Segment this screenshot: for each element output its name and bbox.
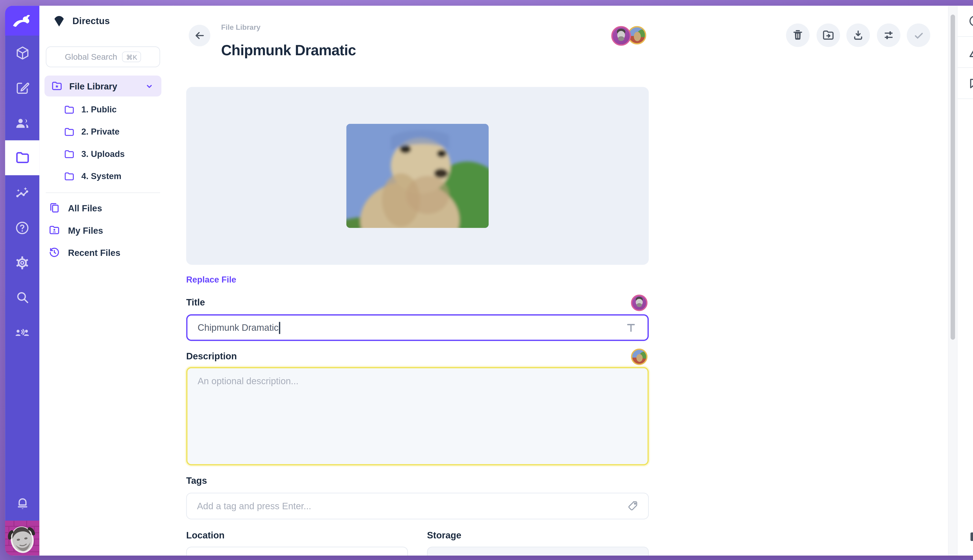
module-translations[interactable]: [5, 315, 39, 350]
module-search[interactable]: [5, 280, 39, 315]
translate-people-icon: [14, 324, 30, 341]
format-title-icon: [625, 321, 637, 334]
trash-icon: [791, 28, 804, 42]
download-icon: [852, 28, 865, 42]
folder-item-public[interactable]: 1. Public: [39, 98, 173, 120]
location-input[interactable]: [186, 547, 408, 555]
global-search-input[interactable]: Global Search ⌘K: [46, 46, 160, 67]
search-shortcut-badge: ⌘K: [122, 51, 141, 62]
folder-special-icon: [51, 80, 63, 92]
description-field-chipmunk-avatar[interactable]: [631, 348, 647, 365]
info-sidebar-button[interactable]: [958, 6, 973, 37]
module-content[interactable]: [5, 36, 39, 71]
title-label: Title: [186, 297, 205, 307]
chipmunk-image: [346, 124, 489, 228]
bell-icon: [14, 496, 30, 512]
notifications-sidebar-button[interactable]: 1: [958, 37, 973, 68]
sidebar-item-file-library[interactable]: File Library: [45, 76, 162, 97]
project-header[interactable]: Directus: [39, 6, 173, 28]
search-icon: [14, 290, 30, 305]
text-caret: [279, 322, 280, 334]
check-icon: [911, 28, 926, 42]
help-icon: [14, 219, 30, 236]
comment-icon: [968, 76, 973, 90]
sidebar-item-all-files[interactable]: All Files: [39, 197, 173, 219]
history-icon: [48, 247, 60, 258]
folder-move-icon: [822, 28, 835, 42]
notifications-bell-button[interactable]: [5, 486, 39, 520]
folder-label: 1. Public: [81, 105, 117, 114]
sidebar-divider: [46, 192, 160, 193]
location-label: Location: [186, 530, 224, 540]
cube-icon: [14, 45, 30, 61]
chevron-down-icon[interactable]: [144, 80, 155, 92]
module-bar: [5, 6, 39, 555]
rabbit-logo-icon: [12, 13, 33, 28]
file-preview-image[interactable]: [346, 124, 489, 228]
sidebar-item-my-files[interactable]: My Files: [39, 219, 173, 241]
module-help[interactable]: [5, 210, 39, 245]
back-button[interactable]: [189, 25, 211, 46]
replace-file-link[interactable]: Replace File: [186, 275, 236, 285]
desktop: Directus Global Search ⌘K File Library: [0, 0, 973, 560]
title-input-value: Chipmunk Dramatic: [198, 323, 279, 333]
comments-sidebar-button[interactable]: [958, 68, 973, 99]
folder-icon: [14, 150, 30, 166]
link-label: All Files: [68, 203, 102, 213]
insights-icon: [14, 185, 30, 201]
copy-icon: [48, 202, 60, 214]
main-content: File Library Chipmunk Dramatic: [173, 6, 949, 555]
link-label: My Files: [68, 225, 103, 235]
module-users[interactable]: [5, 105, 39, 140]
tune-icon: [882, 28, 895, 42]
delete-button[interactable]: [786, 23, 809, 47]
revisions-sidebar-button[interactable]: [958, 529, 973, 545]
scrollbar-track[interactable]: [948, 6, 958, 555]
file-preview-panel[interactable]: [186, 87, 649, 265]
user-presence-avatar[interactable]: [611, 26, 631, 46]
folder-icon: [64, 170, 75, 182]
folder-label: 3. Uploads: [81, 149, 125, 159]
navigation-sidebar: Directus Global Search ⌘K File Library: [39, 6, 173, 555]
module-files[interactable]: [5, 140, 39, 175]
page-title: Chipmunk Dramatic: [221, 42, 356, 59]
link-label: Recent Files: [68, 247, 120, 257]
description-label: Description: [186, 351, 237, 361]
module-editor[interactable]: [5, 70, 39, 105]
folder-tree: 1. Public 2. Private 3. Uploads 4. Syste…: [39, 98, 173, 187]
folder-icon: [64, 104, 75, 115]
title-input[interactable]: Chipmunk Dramatic: [186, 314, 649, 341]
tags-label: Tags: [186, 476, 207, 486]
file-links: All Files My Files Rec: [39, 197, 173, 263]
edit-icon: [14, 80, 30, 96]
folder-item-uploads[interactable]: 3. Uploads: [39, 143, 173, 165]
sidebar-item-recent-files[interactable]: Recent Files: [39, 241, 173, 263]
move-to-folder-button[interactable]: [816, 23, 840, 47]
adjust-button[interactable]: [877, 23, 900, 47]
folder-item-private[interactable]: 2. Private: [39, 120, 173, 143]
tag-icon: [627, 500, 639, 512]
download-button[interactable]: [846, 23, 870, 47]
storage-label: Storage: [427, 530, 461, 540]
module-insights[interactable]: [5, 175, 39, 210]
directus-rabbit-icon[interactable]: [5, 6, 39, 35]
folder-icon: [64, 126, 75, 137]
tags-input[interactable]: [196, 500, 627, 512]
gear-icon: [14, 254, 30, 271]
pending-actions-icon: [967, 530, 973, 544]
description-input[interactable]: [186, 367, 649, 465]
global-search-placeholder: Global Search: [65, 52, 117, 62]
info-icon: [968, 14, 973, 28]
user-avatar-button[interactable]: [5, 521, 39, 556]
folder-label: 4. System: [81, 172, 121, 181]
module-settings[interactable]: [5, 245, 39, 280]
save-button[interactable]: [907, 23, 930, 47]
title-field-user-avatar[interactable]: [631, 295, 647, 311]
folder-item-system[interactable]: 4. System: [39, 165, 173, 187]
folder-label: 2. Private: [81, 127, 119, 137]
folder-icon: [64, 148, 75, 160]
breadcrumb[interactable]: File Library: [221, 23, 260, 31]
right-sidebar: 1: [958, 6, 973, 555]
scrollbar-handle[interactable]: [951, 15, 955, 340]
arrow-left-icon: [193, 29, 206, 42]
